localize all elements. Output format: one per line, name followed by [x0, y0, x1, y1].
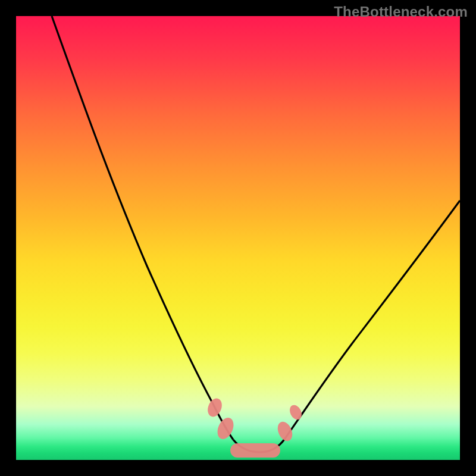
blob-right-lower: [275, 419, 295, 443]
chart-svg: [16, 16, 460, 460]
blob-right-upper: [287, 403, 304, 421]
blob-left-lower: [214, 415, 236, 441]
watermark-text: TheBottleneck.com: [334, 4, 468, 20]
curve-left-branch: [52, 16, 233, 440]
curve-right-branch: [285, 201, 460, 439]
chart-frame: TheBottleneck.com: [0, 0, 476, 476]
blob-left-upper: [205, 396, 224, 419]
plot-area: [16, 16, 460, 460]
